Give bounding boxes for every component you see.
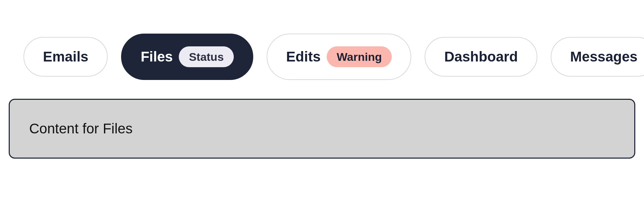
tab-label: Files — [141, 50, 173, 64]
content-panel: Content for Files — [9, 99, 635, 159]
warning-badge: Warning — [327, 46, 392, 67]
tab-label: Edits — [286, 50, 321, 64]
tab-messages[interactable]: Messages — [551, 37, 644, 77]
tabs-container: Emails Files Status Edits Warning Dashbo… — [0, 0, 644, 80]
tab-dashboard[interactable]: Dashboard — [425, 37, 537, 77]
tab-list: Emails Files Status Edits Warning Dashbo… — [23, 34, 644, 80]
tab-edits[interactable]: Edits Warning — [267, 34, 411, 80]
content-text: Content for Files — [29, 121, 615, 137]
tab-label: Dashboard — [444, 50, 518, 64]
tab-emails[interactable]: Emails — [23, 37, 108, 77]
tab-label: Messages — [570, 50, 638, 64]
tab-files[interactable]: Files Status — [121, 34, 253, 80]
tab-label: Emails — [43, 50, 88, 64]
status-badge: Status — [179, 46, 234, 67]
